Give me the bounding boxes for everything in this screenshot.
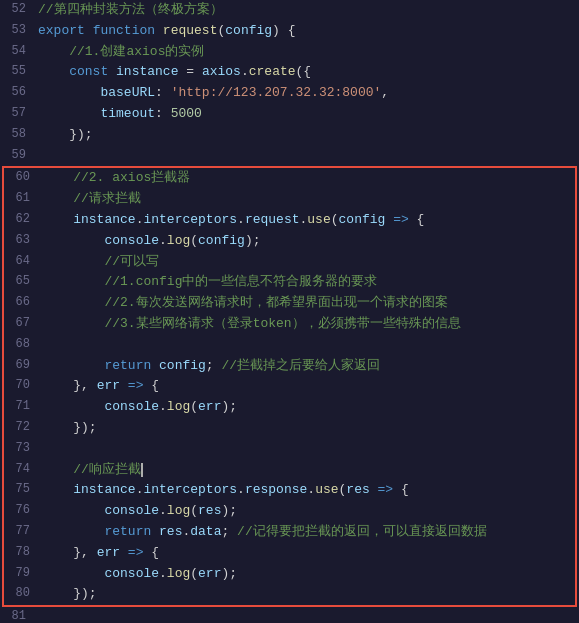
line-56: 56 baseURL: 'http://123.207.32.32:8000',: [0, 83, 579, 104]
line-76: 76 console.log(res);: [4, 501, 575, 522]
line-60: 60 //2. axios拦截器: [4, 168, 575, 189]
line-73: 73: [4, 439, 575, 460]
line-72: 72 });: [4, 418, 575, 439]
line-77: 77 return res.data; //记得要把拦截的返回，可以直接返回数据: [4, 522, 575, 543]
line-69: 69 return config; //拦截掉之后要给人家返回: [4, 356, 575, 377]
line-70: 70 }, err => {: [4, 376, 575, 397]
line-81: 81: [0, 607, 579, 623]
code-editor: 52 //第四种封装方法（终极方案） 53 export function re…: [0, 0, 579, 623]
line-52: 52 //第四种封装方法（终极方案）: [0, 0, 579, 21]
line-71: 71 console.log(err);: [4, 397, 575, 418]
line-78: 78 }, err => {: [4, 543, 575, 564]
line-63: 63 console.log(config);: [4, 231, 575, 252]
line-59: 59: [0, 146, 579, 167]
line-65: 65 //1.config中的一些信息不符合服务器的要求: [4, 272, 575, 293]
line-62: 62 instance.interceptors.request.use(con…: [4, 210, 575, 231]
line-55: 55 const instance = axios.create({: [0, 62, 579, 83]
line-79: 79 console.log(err);: [4, 564, 575, 585]
line-53: 53 export function request(config) {: [0, 21, 579, 42]
line-67: 67 //3.某些网络请求（登录token），必须携带一些特殊的信息: [4, 314, 575, 335]
highlighted-section: 60 //2. axios拦截器 61 //请求拦截 62 instance.i…: [2, 166, 577, 607]
line-64: 64 //可以写: [4, 252, 575, 273]
line-61: 61 //请求拦截: [4, 189, 575, 210]
line-68: 68: [4, 335, 575, 356]
line-57: 57 timeout: 5000: [0, 104, 579, 125]
line-66: 66 //2.每次发送网络请求时，都希望界面出现一个请求的图案: [4, 293, 575, 314]
line-75: 75 instance.interceptors.response.use(re…: [4, 480, 575, 501]
line-80: 80 });: [4, 584, 575, 605]
line-58: 58 });: [0, 125, 579, 146]
line-74: 74 //响应拦截: [4, 460, 575, 481]
line-54: 54 //1.创建axios的实例: [0, 42, 579, 63]
